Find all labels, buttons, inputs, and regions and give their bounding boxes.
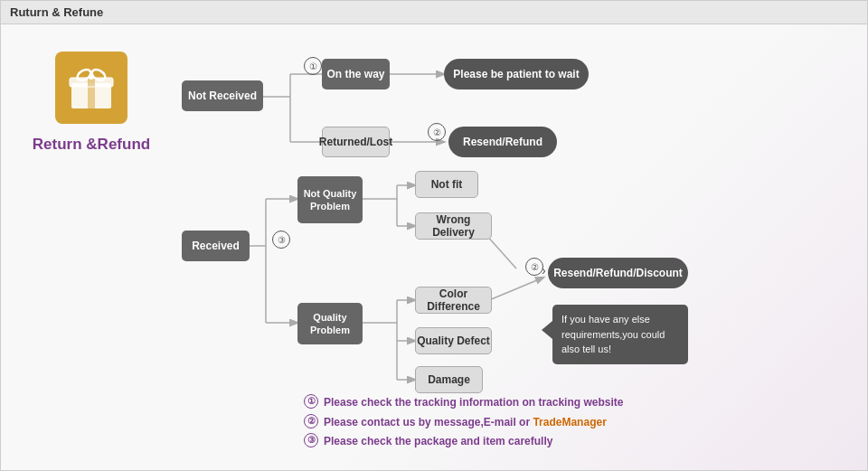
svg-line-28 <box>489 278 543 300</box>
left-panel: Return &Refund <box>19 33 164 459</box>
quality-problem-node: Quality Problem <box>297 303 363 344</box>
please-be-patient-node: Please be patient to wait <box>444 59 589 89</box>
note-item-1: ① Please check the tracking information … <box>304 393 840 413</box>
note-circle-2: ② <box>304 414 318 429</box>
on-the-way-node: On the way <box>322 59 390 89</box>
quality-defect-node: Quality Defect <box>415 327 492 354</box>
gift-svg <box>67 63 116 112</box>
svg-point-6 <box>89 74 94 80</box>
circle-3: ③ <box>272 231 290 249</box>
resend-refund-discount-node: Resend/Refund/Discount <box>548 258 688 288</box>
returned-lost-node: Returned/Lost <box>322 127 390 157</box>
not-quality-problem-node: Not Quality Problem <box>297 176 363 223</box>
wrong-delivery-node: Wrong Delivery <box>415 212 492 240</box>
note-circle-1: ① <box>304 394 318 409</box>
color-difference-node: Color Difference <box>415 287 492 314</box>
circle-2a: ② <box>428 123 446 141</box>
circle-2b: ② <box>525 258 543 276</box>
note-text-2: Please contact us by message,E-mail or T… <box>324 413 607 433</box>
resend-refund-node: Resend/Refund <box>448 127 557 157</box>
trade-manager-link[interactable]: TradeManager <box>533 416 606 429</box>
svg-rect-2 <box>88 78 95 108</box>
not-received-node: Not Received <box>182 80 263 111</box>
received-node: Received <box>182 231 250 261</box>
title-bar: Ruturn & Refune <box>1 1 867 24</box>
not-fit-node: Not fit <box>415 171 478 198</box>
bottom-notes: ① Please check the tracking information … <box>304 393 840 452</box>
damage-node: Damage <box>415 366 483 393</box>
note-text-3: Please check the package and item carefu… <box>324 432 552 452</box>
diagram: ① Not Received On the way Returned/Lost … <box>164 33 849 459</box>
brand-title: Return &Refund <box>33 135 150 155</box>
note-item-3: ③ Please check the package and item care… <box>304 432 840 452</box>
circle-1: ① <box>304 57 322 75</box>
note-text-1: Please check the tracking information on… <box>324 393 623 413</box>
window-title: Ruturn & Refune <box>10 5 103 19</box>
gift-icon <box>55 52 127 124</box>
window: Ruturn & Refune <box>0 0 868 471</box>
notes-box: If you have any else requirements,you co… <box>552 305 688 364</box>
note-item-2: ② Please contact us by message,E-mail or… <box>304 413 840 433</box>
note-circle-3: ③ <box>304 433 318 447</box>
